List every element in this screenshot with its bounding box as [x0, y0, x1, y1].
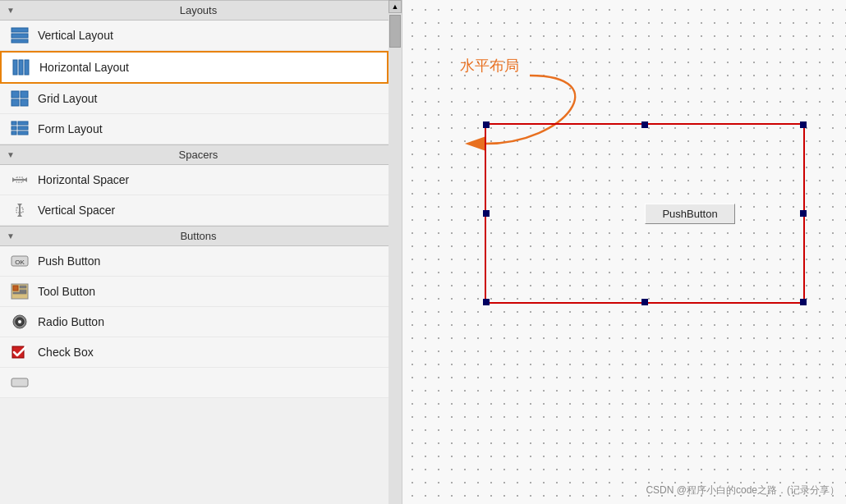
scrollbar-thumb[interactable]: [389, 15, 401, 48]
sidebar-item-radio-button[interactable]: Radio Button: [0, 307, 389, 337]
push-button-icon: OK: [10, 251, 30, 271]
svg-rect-9: [21, 99, 28, 106]
spacers-section-header: ▼ Spacers: [0, 144, 389, 165]
svg-rect-1: [11, 34, 28, 38]
handle-top-middle[interactable]: [641, 121, 648, 128]
layouts-collapse-arrow[interactable]: ▼: [7, 6, 15, 15]
watermark-text: CSDN @程序小白的code之路．(记录分享）: [646, 483, 839, 497]
radio-button-label: Radio Button: [38, 315, 104, 328]
list-area: ▼ Layouts Vertical Layout: [0, 0, 389, 504]
radio-button-icon: [10, 312, 30, 332]
layouts-section-title: Layouts: [15, 4, 382, 16]
vertical-spacer-icon: [10, 200, 30, 220]
handle-bottom-middle[interactable]: [641, 299, 648, 305]
sidebar-item-tool-button[interactable]: Tool Button: [0, 277, 389, 307]
form-layout-icon: [10, 119, 30, 139]
form-layout-label: Form Layout: [38, 122, 103, 135]
grid-layout-icon: [10, 89, 30, 108]
svg-rect-3: [13, 60, 17, 75]
handle-bottom-left[interactable]: [483, 299, 490, 305]
svg-marker-22: [17, 213, 22, 217]
push-button-label: Push Button: [38, 254, 100, 268]
sidebar-item-push-button[interactable]: OK Push Button: [0, 246, 389, 277]
sidebar-item-partial[interactable]: [0, 368, 389, 398]
svg-marker-21: [17, 204, 22, 207]
svg-text:OK: OK: [15, 259, 25, 266]
horizontal-layout-icon: [11, 57, 31, 77]
handle-top-left[interactable]: [483, 121, 490, 128]
svg-rect-10: [11, 121, 16, 125]
canvas-panel: 水平布局 PushButton PushButton CSDN: [402, 0, 846, 504]
svg-rect-13: [18, 126, 28, 130]
layouts-section-header: ▼ Layouts: [0, 0, 389, 21]
svg-rect-2: [11, 39, 28, 43]
spacers-section-title: Spacers: [15, 149, 382, 161]
left-panel: ▼ Layouts Vertical Layout: [0, 0, 402, 504]
sidebar-item-vertical-spacer[interactable]: Vertical Spacer: [0, 195, 389, 226]
buttons-collapse-arrow[interactable]: ▼: [7, 231, 15, 241]
svg-rect-7: [21, 91, 28, 98]
svg-marker-17: [12, 177, 16, 182]
vertical-spacer-label: Vertical Spacer: [38, 204, 115, 217]
vertical-layout-icon: [10, 25, 30, 45]
handle-middle-right[interactable]: [800, 210, 807, 217]
vertical-layout-label: Vertical Layout: [38, 29, 113, 42]
partial-icon: [10, 373, 30, 392]
handle-bottom-right[interactable]: [800, 299, 807, 305]
sidebar-item-horizontal-layout[interactable]: Horizontal Layout: [0, 51, 389, 84]
horizontal-layout-label: Horizontal Layout: [39, 61, 129, 74]
svg-rect-5: [25, 60, 29, 75]
check-box-label: Check Box: [38, 346, 94, 359]
svg-rect-35: [11, 378, 28, 387]
handle-top-right[interactable]: [800, 121, 807, 128]
svg-rect-14: [11, 131, 16, 135]
grid-layout-label: Grid Layout: [38, 92, 97, 105]
spacers-collapse-arrow[interactable]: ▼: [7, 150, 15, 159]
svg-rect-27: [13, 286, 18, 291]
svg-rect-15: [18, 131, 28, 135]
svg-rect-6: [11, 91, 19, 98]
canvas-selection-box: PushButton PushButton: [485, 123, 805, 304]
svg-rect-12: [11, 126, 16, 130]
horizontal-spacer-icon: [10, 170, 30, 190]
svg-rect-11: [18, 121, 28, 125]
sidebar-item-check-box[interactable]: Check Box: [0, 337, 389, 368]
buttons-section-title: Buttons: [15, 230, 382, 242]
svg-rect-29: [20, 290, 26, 292]
horizontal-spacer-label: Horizontal Spacer: [38, 173, 129, 186]
sidebar-item-horizontal-spacer[interactable]: Horizontal Spacer: [0, 165, 389, 195]
pushbutton-widget-2[interactable]: PushButton: [645, 204, 735, 224]
svg-rect-4: [19, 60, 23, 75]
annotation-label: 水平布局: [460, 56, 519, 76]
sidebar-item-grid-layout[interactable]: Grid Layout: [0, 84, 389, 114]
svg-marker-18: [24, 177, 27, 182]
pushbutton-2-label: PushButton: [662, 208, 717, 220]
svg-rect-30: [13, 292, 26, 294]
svg-rect-8: [11, 99, 19, 106]
svg-rect-0: [11, 28, 28, 32]
handle-middle-left[interactable]: [483, 210, 490, 217]
check-box-icon: [10, 342, 30, 362]
tool-button-label: Tool Button: [38, 285, 95, 298]
sidebar-item-vertical-layout[interactable]: Vertical Layout: [0, 21, 389, 51]
buttons-section-header: ▼ Buttons: [0, 226, 389, 246]
tool-button-icon: [10, 282, 30, 301]
svg-rect-28: [20, 286, 26, 288]
scrollbar-up-arrow[interactable]: ▲: [389, 0, 402, 13]
left-scrollbar[interactable]: ▲: [389, 0, 402, 504]
svg-point-33: [18, 320, 21, 323]
sidebar-item-form-layout[interactable]: Form Layout: [0, 114, 389, 144]
